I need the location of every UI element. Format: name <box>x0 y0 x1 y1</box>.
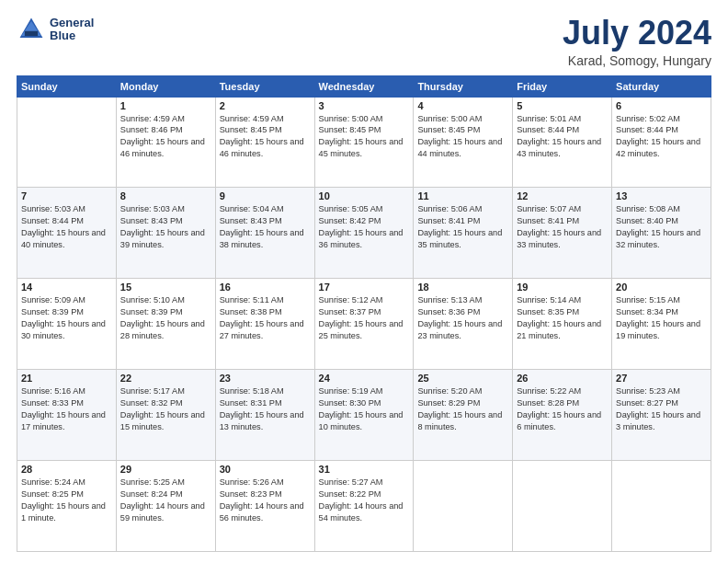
cell-date: 18 <box>417 282 508 293</box>
title-block: July 2024 Karad, Somogy, Hungary <box>563 15 711 68</box>
cell-date: 4 <box>417 100 508 111</box>
calendar-cell: 10Sunrise: 5:05 AMSunset: 8:42 PMDayligh… <box>314 188 414 279</box>
cell-info: Sunrise: 5:18 AMSunset: 8:31 PMDaylight:… <box>220 385 311 433</box>
calendar-cell: 14Sunrise: 5:09 AMSunset: 8:39 PMDayligh… <box>17 279 117 370</box>
cell-date: 29 <box>120 464 211 475</box>
calendar-header-monday: Monday <box>116 75 215 97</box>
calendar-cell: 7Sunrise: 5:03 AMSunset: 8:44 PMDaylight… <box>17 188 117 279</box>
calendar-cell: 4Sunrise: 5:00 AMSunset: 8:45 PMDaylight… <box>414 97 513 188</box>
cell-date: 19 <box>517 282 608 293</box>
calendar-cell: 5Sunrise: 5:01 AMSunset: 8:44 PMDaylight… <box>513 97 612 188</box>
calendar-cell: 15Sunrise: 5:10 AMSunset: 8:39 PMDayligh… <box>116 279 215 370</box>
cell-date: 8 <box>120 190 211 201</box>
svg-rect-2 <box>25 31 38 36</box>
calendar-header-tuesday: Tuesday <box>215 75 314 97</box>
cell-date: 9 <box>220 190 311 201</box>
cell-date: 6 <box>616 100 707 111</box>
calendar-header-friday: Friday <box>513 75 612 97</box>
calendar-header-wednesday: Wednesday <box>314 75 414 97</box>
calendar-cell: 31Sunrise: 5:27 AMSunset: 8:22 PMDayligh… <box>314 461 414 552</box>
cell-info: Sunrise: 5:10 AMSunset: 8:39 PMDaylight:… <box>120 294 211 342</box>
cell-date: 20 <box>616 282 707 293</box>
calendar-cell <box>513 461 612 552</box>
logo: General Blue <box>17 15 94 44</box>
calendar-cell: 8Sunrise: 5:03 AMSunset: 8:43 PMDaylight… <box>116 188 215 279</box>
main-title: July 2024 <box>563 15 711 52</box>
cell-info: Sunrise: 5:02 AMSunset: 8:44 PMDaylight:… <box>616 113 707 161</box>
calendar-week-4: 21Sunrise: 5:16 AMSunset: 8:33 PMDayligh… <box>17 370 711 461</box>
cell-date: 14 <box>21 282 112 293</box>
cell-date: 23 <box>220 373 311 384</box>
calendar-cell: 22Sunrise: 5:17 AMSunset: 8:32 PMDayligh… <box>116 370 215 461</box>
calendar-cell: 24Sunrise: 5:19 AMSunset: 8:30 PMDayligh… <box>314 370 414 461</box>
cell-date: 17 <box>319 282 410 293</box>
cell-date: 22 <box>120 373 211 384</box>
cell-date: 7 <box>21 190 112 201</box>
calendar-cell: 6Sunrise: 5:02 AMSunset: 8:44 PMDaylight… <box>612 97 711 188</box>
calendar-header-saturday: Saturday <box>612 75 711 97</box>
calendar-cell: 11Sunrise: 5:06 AMSunset: 8:41 PMDayligh… <box>414 188 513 279</box>
cell-info: Sunrise: 5:13 AMSunset: 8:36 PMDaylight:… <box>417 294 508 342</box>
cell-info: Sunrise: 5:24 AMSunset: 8:25 PMDaylight:… <box>21 477 112 524</box>
cell-info: Sunrise: 5:09 AMSunset: 8:39 PMDaylight:… <box>21 294 112 342</box>
calendar-cell <box>17 97 117 188</box>
calendar-cell: 25Sunrise: 5:20 AMSunset: 8:29 PMDayligh… <box>414 370 513 461</box>
cell-info: Sunrise: 5:00 AMSunset: 8:45 PMDaylight:… <box>319 113 410 161</box>
calendar-cell: 26Sunrise: 5:22 AMSunset: 8:28 PMDayligh… <box>513 370 612 461</box>
calendar-cell: 16Sunrise: 5:11 AMSunset: 8:38 PMDayligh… <box>215 279 314 370</box>
calendar-week-3: 14Sunrise: 5:09 AMSunset: 8:39 PMDayligh… <box>17 279 711 370</box>
calendar-cell: 29Sunrise: 5:25 AMSunset: 8:24 PMDayligh… <box>116 461 215 552</box>
cell-date: 15 <box>120 282 211 293</box>
calendar-cell: 1Sunrise: 4:59 AMSunset: 8:46 PMDaylight… <box>116 97 215 188</box>
cell-info: Sunrise: 5:15 AMSunset: 8:34 PMDaylight:… <box>616 294 707 342</box>
calendar-cell: 9Sunrise: 5:04 AMSunset: 8:43 PMDaylight… <box>215 188 314 279</box>
calendar-cell: 18Sunrise: 5:13 AMSunset: 8:36 PMDayligh… <box>414 279 513 370</box>
calendar-cell: 21Sunrise: 5:16 AMSunset: 8:33 PMDayligh… <box>17 370 117 461</box>
cell-date: 31 <box>319 464 410 475</box>
header: General Blue July 2024 Karad, Somogy, Hu… <box>17 15 711 68</box>
calendar-header-sunday: Sunday <box>17 75 117 97</box>
cell-info: Sunrise: 4:59 AMSunset: 8:45 PMDaylight:… <box>220 113 311 161</box>
cell-info: Sunrise: 5:23 AMSunset: 8:27 PMDaylight:… <box>616 385 707 433</box>
cell-date: 5 <box>517 100 608 111</box>
calendar-cell: 23Sunrise: 5:18 AMSunset: 8:31 PMDayligh… <box>215 370 314 461</box>
cell-date: 27 <box>616 373 707 384</box>
calendar-cell <box>414 461 513 552</box>
cell-info: Sunrise: 5:01 AMSunset: 8:44 PMDaylight:… <box>517 113 608 161</box>
calendar-week-5: 28Sunrise: 5:24 AMSunset: 8:25 PMDayligh… <box>17 461 711 552</box>
cell-info: Sunrise: 5:16 AMSunset: 8:33 PMDaylight:… <box>21 385 112 433</box>
cell-info: Sunrise: 5:05 AMSunset: 8:42 PMDaylight:… <box>319 203 410 251</box>
calendar-cell <box>612 461 711 552</box>
cell-date: 16 <box>220 282 311 293</box>
cell-date: 21 <box>21 373 112 384</box>
cell-date: 13 <box>616 190 707 201</box>
cell-date: 28 <box>21 464 112 475</box>
cell-info: Sunrise: 5:07 AMSunset: 8:41 PMDaylight:… <box>517 203 608 251</box>
cell-info: Sunrise: 5:03 AMSunset: 8:44 PMDaylight:… <box>21 203 112 251</box>
cell-date: 26 <box>517 373 608 384</box>
logo-icon <box>17 15 46 44</box>
calendar-header-row: SundayMondayTuesdayWednesdayThursdayFrid… <box>17 75 711 97</box>
cell-info: Sunrise: 5:11 AMSunset: 8:38 PMDaylight:… <box>220 294 311 342</box>
cell-info: Sunrise: 5:19 AMSunset: 8:30 PMDaylight:… <box>319 385 410 433</box>
calendar-cell: 3Sunrise: 5:00 AMSunset: 8:45 PMDaylight… <box>314 97 414 188</box>
cell-date: 30 <box>220 464 311 475</box>
cell-date: 25 <box>417 373 508 384</box>
cell-info: Sunrise: 5:22 AMSunset: 8:28 PMDaylight:… <box>517 385 608 433</box>
calendar-header-thursday: Thursday <box>414 75 513 97</box>
cell-info: Sunrise: 5:14 AMSunset: 8:35 PMDaylight:… <box>517 294 608 342</box>
subtitle: Karad, Somogy, Hungary <box>563 53 711 68</box>
cell-date: 3 <box>319 100 410 111</box>
cell-date: 24 <box>319 373 410 384</box>
logo-line1: General <box>50 17 94 29</box>
cell-info: Sunrise: 5:08 AMSunset: 8:40 PMDaylight:… <box>616 203 707 251</box>
cell-date: 10 <box>319 190 410 201</box>
calendar-cell: 13Sunrise: 5:08 AMSunset: 8:40 PMDayligh… <box>612 188 711 279</box>
calendar-cell: 28Sunrise: 5:24 AMSunset: 8:25 PMDayligh… <box>17 461 117 552</box>
cell-date: 11 <box>417 190 508 201</box>
calendar-cell: 20Sunrise: 5:15 AMSunset: 8:34 PMDayligh… <box>612 279 711 370</box>
cell-info: Sunrise: 5:04 AMSunset: 8:43 PMDaylight:… <box>220 203 311 251</box>
cell-info: Sunrise: 5:25 AMSunset: 8:24 PMDaylight:… <box>120 477 211 524</box>
cell-info: Sunrise: 5:03 AMSunset: 8:43 PMDaylight:… <box>120 203 211 251</box>
calendar-week-1: 1Sunrise: 4:59 AMSunset: 8:46 PMDaylight… <box>17 97 711 188</box>
